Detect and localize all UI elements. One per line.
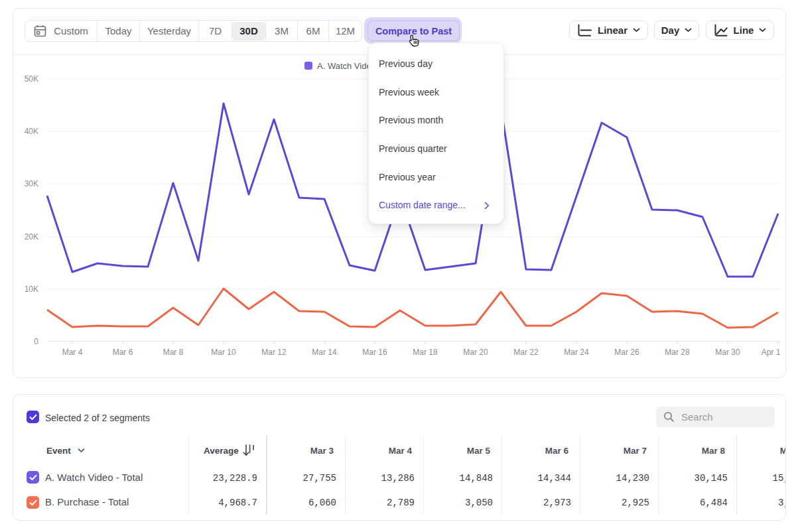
svg-text:Mar 18: Mar 18: [413, 348, 438, 357]
svg-text:Mar 12: Mar 12: [261, 348, 287, 357]
svg-text:Mar 24: Mar 24: [564, 348, 589, 357]
svg-text:Mar 30: Mar 30: [715, 348, 740, 357]
svg-text:Mar 10: Mar 10: [211, 348, 236, 357]
svg-text:Mar 22: Mar 22: [513, 348, 539, 357]
svg-text:Mar 20: Mar 20: [463, 348, 488, 357]
svg-text:Mar 28: Mar 28: [665, 348, 690, 357]
svg-text:20K: 20K: [25, 232, 38, 241]
svg-text:Mar 8: Mar 8: [163, 348, 184, 357]
svg-text:10K: 10K: [25, 285, 38, 294]
svg-text:Mar 4: Mar 4: [62, 348, 83, 357]
svg-text:0: 0: [34, 337, 38, 346]
svg-text:40K: 40K: [25, 127, 38, 136]
svg-text:Mar 26: Mar 26: [614, 348, 639, 357]
svg-text:50K: 50K: [25, 74, 38, 84]
svg-text:Mar 6: Mar 6: [113, 348, 133, 357]
svg-text:Apr 1: Apr 1: [762, 348, 781, 357]
svg-text:30K: 30K: [25, 179, 38, 188]
svg-text:Mar 14: Mar 14: [312, 348, 337, 357]
svg-text:Mar 16: Mar 16: [362, 348, 387, 357]
